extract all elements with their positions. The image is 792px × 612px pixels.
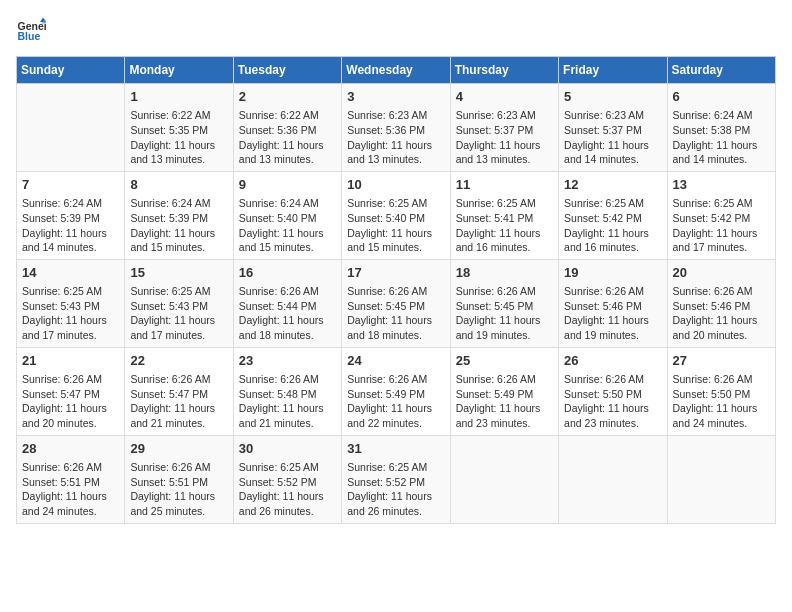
cell-text: and 17 minutes. — [22, 328, 119, 343]
cell-text: Sunset: 5:50 PM — [673, 387, 770, 402]
cell-text: Sunrise: 6:26 AM — [456, 372, 553, 387]
cell-text: Sunset: 5:36 PM — [347, 123, 444, 138]
cell-text: Sunrise: 6:26 AM — [564, 372, 661, 387]
cell-text: Sunset: 5:39 PM — [22, 211, 119, 226]
day-number: 9 — [239, 176, 336, 194]
day-number: 1 — [130, 88, 227, 106]
header-monday: Monday — [125, 57, 233, 84]
cell-text: Sunset: 5:36 PM — [239, 123, 336, 138]
cell-text: Daylight: 11 hours — [130, 226, 227, 241]
cell-text: Sunrise: 6:22 AM — [239, 108, 336, 123]
cell-text: Sunset: 5:49 PM — [347, 387, 444, 402]
header-sunday: Sunday — [17, 57, 125, 84]
cell-week1-day2: 2Sunrise: 6:22 AMSunset: 5:36 PMDaylight… — [233, 84, 341, 172]
cell-text: and 16 minutes. — [564, 240, 661, 255]
cell-text: and 21 minutes. — [130, 416, 227, 431]
header-wednesday: Wednesday — [342, 57, 450, 84]
day-number: 24 — [347, 352, 444, 370]
cell-text: Sunrise: 6:26 AM — [347, 372, 444, 387]
cell-text: Sunset: 5:51 PM — [130, 475, 227, 490]
cell-text: Sunrise: 6:25 AM — [564, 196, 661, 211]
cell-text: Sunset: 5:41 PM — [456, 211, 553, 226]
day-number: 26 — [564, 352, 661, 370]
logo-icon: General Blue — [16, 16, 46, 46]
cell-text: and 23 minutes. — [456, 416, 553, 431]
cell-text: Daylight: 11 hours — [239, 313, 336, 328]
cell-text: Sunset: 5:42 PM — [673, 211, 770, 226]
cell-week5-day6 — [667, 435, 775, 523]
cell-week3-day6: 20Sunrise: 6:26 AMSunset: 5:46 PMDayligh… — [667, 259, 775, 347]
cell-text: Sunrise: 6:25 AM — [456, 196, 553, 211]
cell-week4-day3: 24Sunrise: 6:26 AMSunset: 5:49 PMDayligh… — [342, 347, 450, 435]
cell-text: Sunset: 5:38 PM — [673, 123, 770, 138]
cell-text: Daylight: 11 hours — [564, 313, 661, 328]
cell-week2-day6: 13Sunrise: 6:25 AMSunset: 5:42 PMDayligh… — [667, 171, 775, 259]
cell-week4-day5: 26Sunrise: 6:26 AMSunset: 5:50 PMDayligh… — [559, 347, 667, 435]
cell-text: Daylight: 11 hours — [673, 401, 770, 416]
cell-week1-day1: 1Sunrise: 6:22 AMSunset: 5:35 PMDaylight… — [125, 84, 233, 172]
cell-week5-day4 — [450, 435, 558, 523]
day-number: 4 — [456, 88, 553, 106]
cell-week1-day6: 6Sunrise: 6:24 AMSunset: 5:38 PMDaylight… — [667, 84, 775, 172]
cell-text: Sunrise: 6:26 AM — [239, 372, 336, 387]
cell-text: Sunset: 5:49 PM — [456, 387, 553, 402]
cell-text: and 16 minutes. — [456, 240, 553, 255]
cell-text: Sunrise: 6:23 AM — [456, 108, 553, 123]
header: General Blue — [16, 16, 776, 46]
cell-week2-day4: 11Sunrise: 6:25 AMSunset: 5:41 PMDayligh… — [450, 171, 558, 259]
day-number: 14 — [22, 264, 119, 282]
cell-text: and 15 minutes. — [239, 240, 336, 255]
cell-text: Daylight: 11 hours — [130, 313, 227, 328]
cell-text: Sunset: 5:52 PM — [239, 475, 336, 490]
cell-text: Sunset: 5:50 PM — [564, 387, 661, 402]
cell-text: Sunrise: 6:26 AM — [22, 460, 119, 475]
cell-text: Sunrise: 6:26 AM — [130, 372, 227, 387]
cell-text: Daylight: 11 hours — [347, 489, 444, 504]
week-row-2: 7Sunrise: 6:24 AMSunset: 5:39 PMDaylight… — [17, 171, 776, 259]
cell-text: and 25 minutes. — [130, 504, 227, 519]
cell-text: Sunset: 5:46 PM — [564, 299, 661, 314]
cell-text: and 15 minutes. — [130, 240, 227, 255]
day-number: 15 — [130, 264, 227, 282]
cell-week3-day2: 16Sunrise: 6:26 AMSunset: 5:44 PMDayligh… — [233, 259, 341, 347]
cell-week4-day1: 22Sunrise: 6:26 AMSunset: 5:47 PMDayligh… — [125, 347, 233, 435]
cell-text: Sunset: 5:43 PM — [130, 299, 227, 314]
cell-text: Sunrise: 6:23 AM — [347, 108, 444, 123]
cell-text: Sunrise: 6:24 AM — [673, 108, 770, 123]
cell-text: and 26 minutes. — [239, 504, 336, 519]
cell-text: and 26 minutes. — [347, 504, 444, 519]
cell-text: Sunrise: 6:25 AM — [347, 460, 444, 475]
cell-text: Sunrise: 6:24 AM — [239, 196, 336, 211]
cell-week4-day0: 21Sunrise: 6:26 AMSunset: 5:47 PMDayligh… — [17, 347, 125, 435]
cell-text: and 23 minutes. — [564, 416, 661, 431]
day-number: 19 — [564, 264, 661, 282]
day-number: 18 — [456, 264, 553, 282]
cell-text: Daylight: 11 hours — [347, 313, 444, 328]
cell-text: and 13 minutes. — [456, 152, 553, 167]
day-number: 21 — [22, 352, 119, 370]
cell-text: Sunset: 5:43 PM — [22, 299, 119, 314]
day-number: 23 — [239, 352, 336, 370]
cell-text: Sunset: 5:40 PM — [347, 211, 444, 226]
day-number: 10 — [347, 176, 444, 194]
header-friday: Friday — [559, 57, 667, 84]
cell-week5-day3: 31Sunrise: 6:25 AMSunset: 5:52 PMDayligh… — [342, 435, 450, 523]
cell-text: Sunrise: 6:25 AM — [22, 284, 119, 299]
cell-text: Daylight: 11 hours — [673, 226, 770, 241]
cell-text: Daylight: 11 hours — [239, 138, 336, 153]
day-number: 29 — [130, 440, 227, 458]
cell-text: Daylight: 11 hours — [456, 401, 553, 416]
cell-text: and 21 minutes. — [239, 416, 336, 431]
cell-week4-day2: 23Sunrise: 6:26 AMSunset: 5:48 PMDayligh… — [233, 347, 341, 435]
cell-text: and 17 minutes. — [673, 240, 770, 255]
cell-text: Daylight: 11 hours — [456, 313, 553, 328]
cell-week3-day5: 19Sunrise: 6:26 AMSunset: 5:46 PMDayligh… — [559, 259, 667, 347]
cell-week3-day0: 14Sunrise: 6:25 AMSunset: 5:43 PMDayligh… — [17, 259, 125, 347]
cell-week4-day6: 27Sunrise: 6:26 AMSunset: 5:50 PMDayligh… — [667, 347, 775, 435]
week-row-4: 21Sunrise: 6:26 AMSunset: 5:47 PMDayligh… — [17, 347, 776, 435]
cell-text: Daylight: 11 hours — [564, 401, 661, 416]
cell-text: and 22 minutes. — [347, 416, 444, 431]
cell-text: Sunset: 5:37 PM — [456, 123, 553, 138]
cell-text: Daylight: 11 hours — [239, 401, 336, 416]
cell-text: Sunrise: 6:26 AM — [673, 284, 770, 299]
